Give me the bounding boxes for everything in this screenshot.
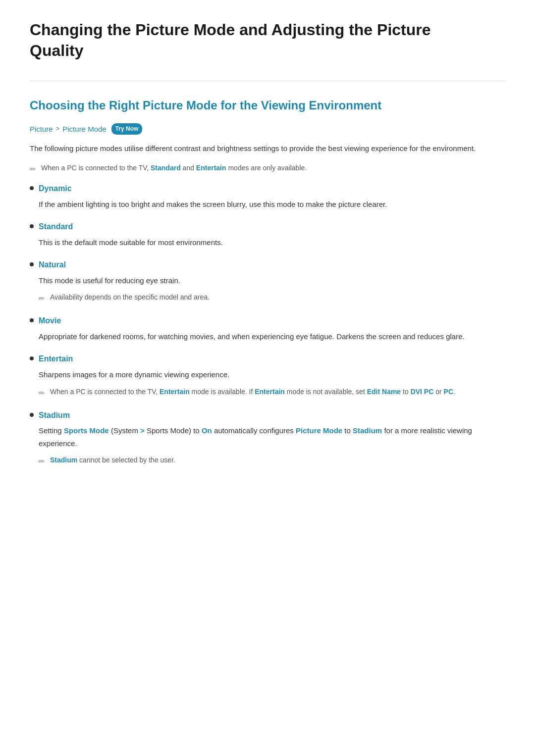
bullet-dot xyxy=(30,186,34,190)
bullet-dot xyxy=(30,356,34,360)
entertain-link[interactable]: Entertain xyxy=(196,164,226,172)
pencil-icon: ✏ xyxy=(39,293,45,304)
section-title: Choosing the Right Picture Mode for the … xyxy=(30,96,505,115)
movie-item: Movie Appropriate for darkened rooms, fo… xyxy=(30,314,505,343)
stadium-link[interactable]: Stadium xyxy=(353,426,382,435)
natural-subnote: ✏ Availability depends on the specific m… xyxy=(39,292,505,304)
list-item: Movie Appropriate for darkened rooms, fo… xyxy=(30,314,505,343)
list-item: Stadium Setting Sports Mode (System > Sp… xyxy=(30,409,505,468)
standard-title: Standard xyxy=(39,220,505,233)
list-item: Dynamic If the ambient lighting is too b… xyxy=(30,182,505,210)
stadium-subnote-text: Stadium cannot be selected by the user. xyxy=(50,454,175,465)
standard-link[interactable]: Standard xyxy=(151,164,181,172)
breadcrumb-separator: > xyxy=(56,124,60,134)
breadcrumb: Picture > Picture Mode Try Now xyxy=(30,123,505,135)
pencil-icon: ✏ xyxy=(30,163,36,175)
dynamic-content: Dynamic If the ambient lighting is too b… xyxy=(39,182,505,210)
entertain-subnote: ✏ When a PC is connected to the TV, Ente… xyxy=(39,386,505,399)
entertain-sub-link1[interactable]: Entertain xyxy=(160,388,190,396)
standard-desc: This is the default mode suitable for mo… xyxy=(39,236,505,249)
movie-desc: Appropriate for darkened rooms, for watc… xyxy=(39,330,505,343)
movie-content: Movie Appropriate for darkened rooms, fo… xyxy=(39,314,505,343)
sports-mode-link[interactable]: Sports Mode xyxy=(64,426,109,435)
entertain-item: Entertain Sharpens images for a more dyn… xyxy=(30,353,505,399)
bullet-dot xyxy=(30,318,34,322)
entertain-desc: Sharpens images for a more dynamic viewi… xyxy=(39,368,505,381)
section-divider xyxy=(30,81,505,81)
standard-content: Standard This is the default mode suitab… xyxy=(39,220,505,249)
natural-subnote-text: Availability depends on the specific mod… xyxy=(50,292,210,302)
natural-item: Natural This mode is useful for reducing… xyxy=(30,258,505,304)
stadium-subnote: ✏ Stadium cannot be selected by the user… xyxy=(39,454,505,467)
natural-content: Natural This mode is useful for reducing… xyxy=(39,258,505,304)
stadium-sub-link[interactable]: Stadium xyxy=(50,456,77,464)
entertain-content: Entertain Sharpens images for a more dyn… xyxy=(39,353,505,399)
breadcrumb-picture-link[interactable]: Picture xyxy=(30,123,53,135)
movie-title: Movie xyxy=(39,314,505,327)
dvi-pc-link[interactable]: DVI PC xyxy=(411,388,434,396)
natural-title: Natural xyxy=(39,258,505,271)
standard-item: Standard This is the default mode suitab… xyxy=(30,220,505,249)
entertain-subnote-text: When a PC is connected to the TV, Entert… xyxy=(50,386,455,397)
system-separator: > xyxy=(140,426,145,435)
list-item: Natural This mode is useful for reducing… xyxy=(30,258,505,304)
bullet-dot xyxy=(30,224,34,228)
dynamic-item: Dynamic If the ambient lighting is too b… xyxy=(30,182,505,210)
stadium-item: Stadium Setting Sports Mode (System > Sp… xyxy=(30,409,505,468)
bullet-dot xyxy=(30,262,34,266)
picture-mode-link[interactable]: Picture Mode xyxy=(296,426,342,435)
entertain-sub-link2[interactable]: Entertain xyxy=(255,388,285,396)
modes-list: Dynamic If the ambient lighting is too b… xyxy=(30,182,505,467)
pencil-icon: ✏ xyxy=(39,455,45,467)
bullet-dot xyxy=(30,413,34,417)
dynamic-desc: If the ambient lighting is too bright an… xyxy=(39,198,505,211)
stadium-desc: Setting Sports Mode (System > Sports Mod… xyxy=(39,424,505,450)
list-item: Standard This is the default mode suitab… xyxy=(30,220,505,249)
on-link[interactable]: On xyxy=(202,426,212,435)
pencil-icon: ✏ xyxy=(39,387,45,399)
pc-note-text: When a PC is connected to the TV, Standa… xyxy=(41,162,307,173)
stadium-content: Stadium Setting Sports Mode (System > Sp… xyxy=(39,409,505,468)
breadcrumb-picture-mode-link[interactable]: Picture Mode xyxy=(62,123,106,135)
dynamic-title: Dynamic xyxy=(39,182,505,195)
natural-desc: This mode is useful for reducing eye str… xyxy=(39,274,505,287)
pc-note: ✏ When a PC is connected to the TV, Stan… xyxy=(30,162,505,175)
list-item: Entertain Sharpens images for a more dyn… xyxy=(30,353,505,399)
edit-name-link[interactable]: Edit Name xyxy=(367,388,401,396)
intro-text: The following picture modes utilise diff… xyxy=(30,142,505,155)
page-title: Changing the Picture Mode and Adjusting … xyxy=(30,20,505,61)
stadium-title: Stadium xyxy=(39,409,505,422)
pc-link[interactable]: PC xyxy=(444,388,453,396)
try-now-badge[interactable]: Try Now xyxy=(111,123,143,135)
entertain-title: Entertain xyxy=(39,353,505,365)
